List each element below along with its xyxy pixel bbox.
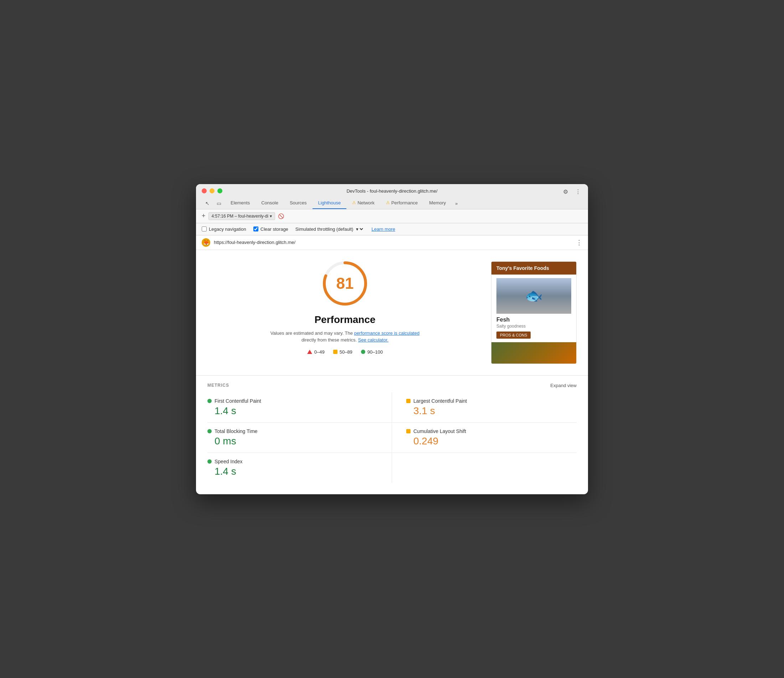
metric-cls-name-row: Cumulative Layout Shift: [406, 428, 577, 434]
tab-lighthouse[interactable]: Lighthouse: [313, 197, 347, 209]
throttle-select: Simulated throttling (default) ▾: [295, 226, 365, 232]
tab-sources[interactable]: Sources: [284, 197, 313, 209]
learn-more-link[interactable]: Learn more: [371, 227, 395, 232]
devtools-inspect-icon[interactable]: ↖: [202, 197, 213, 209]
calculator-link[interactable]: See calculator.: [358, 337, 388, 342]
maximize-button[interactable]: [217, 188, 222, 193]
fcp-status-icon: [207, 399, 212, 403]
tab-more-button[interactable]: »: [452, 198, 461, 209]
more-options-button[interactable]: ⋮: [574, 187, 582, 197]
fcp-label: First Contentful Paint: [215, 398, 261, 404]
score-ring: 81: [320, 258, 370, 308]
tbt-label: Total Blocking Time: [215, 428, 258, 434]
fish-image: 🐟: [496, 278, 571, 314]
preview-food-item: 🐟 Fesh Salty goodness PROS & CONS: [491, 275, 576, 342]
performance-title: Performance: [207, 314, 483, 325]
metrics-grid: First Contentful Paint 1.4 s Largest Con…: [207, 392, 577, 483]
address-bar: + 4:57:16 PM – foul-heavenly-di ▾ 🚫: [196, 209, 588, 223]
site-icon: 🦊: [202, 238, 210, 247]
legend-high: 90–100: [361, 349, 383, 355]
close-button[interactable]: [202, 188, 207, 193]
legend-low: 0–49: [307, 349, 325, 355]
food-name: Fesh: [496, 317, 571, 323]
timestamp-text: 4:57:16 PM – foul-heavenly-di: [212, 214, 268, 219]
tab-elements[interactable]: Elements: [225, 197, 256, 209]
tbt-status-icon: [207, 429, 212, 433]
url-bar: 🦊 https://foul-heavenly-direction.glitch…: [196, 235, 588, 250]
si-label: Speed Index: [215, 459, 243, 464]
fcp-value: 1.4 s: [215, 405, 377, 417]
metrics-header: METRICS Expand view: [207, 376, 577, 392]
metric-cls: Cumulative Layout Shift 0.249: [392, 423, 577, 453]
performance-score-link[interactable]: performance score is calculated: [354, 330, 420, 336]
metric-fcp: First Contentful Paint 1.4 s: [207, 392, 392, 423]
titlebar: DevTools - foul-heavenly-direction.glitc…: [196, 184, 588, 209]
performance-description: Values are estimated and may vary. The p…: [267, 330, 423, 344]
clear-storage-label[interactable]: Clear storage: [253, 227, 288, 232]
options-bar: Legacy navigation Clear storage Simulate…: [196, 223, 588, 235]
metrics-label: METRICS: [207, 383, 229, 388]
timestamp-select[interactable]: 4:57:16 PM – foul-heavenly-di ▾: [209, 212, 275, 220]
preview-header: Tony's Favorite Foods: [491, 262, 576, 275]
devtools-window: DevTools - foul-heavenly-direction.glitc…: [196, 184, 588, 494]
legend-mid: 50–89: [333, 349, 352, 355]
metric-tbt: Total Blocking Time 0 ms: [207, 423, 392, 453]
url-area: 🦊 https://foul-heavenly-direction.glitch…: [202, 238, 295, 247]
minimize-button[interactable]: [210, 188, 215, 193]
legend-green-icon: [361, 350, 365, 354]
url-text: https://foul-heavenly-direction.glitch.m…: [214, 239, 295, 245]
metric-si: Speed Index 1.4 s: [207, 453, 392, 483]
lighthouse-content: 81 Performance Values are estimated and …: [196, 250, 588, 372]
legacy-navigation-checkbox[interactable]: [202, 227, 207, 232]
clear-storage-checkbox[interactable]: [253, 227, 258, 232]
traffic-lights: [202, 188, 222, 193]
metric-lcp-name-row: Largest Contentful Paint: [406, 398, 577, 404]
dropdown-arrow-icon: ▾: [270, 214, 272, 219]
legend-orange-icon: [333, 350, 337, 354]
titlebar-top: DevTools - foul-heavenly-direction.glitc…: [202, 188, 582, 197]
devtools-device-icon[interactable]: ▭: [213, 197, 225, 209]
metric-lcp: Largest Contentful Paint 3.1 s: [392, 392, 577, 423]
tab-memory[interactable]: Memory: [423, 197, 452, 209]
legend: 0–49 50–89 90–100: [207, 349, 483, 355]
food-desc: Salty goodness: [496, 324, 571, 329]
si-status-icon: [207, 459, 212, 463]
score-section: 81 Performance Values are estimated and …: [207, 258, 483, 355]
tbt-value: 0 ms: [215, 435, 377, 447]
toolbar-icons: ⚙ ⋮: [562, 187, 582, 197]
pros-cons-button[interactable]: PROS & CONS: [496, 331, 531, 339]
second-food-image: [491, 342, 576, 364]
tab-network[interactable]: ⚠ Network: [346, 197, 380, 209]
cls-status-icon: [406, 429, 410, 433]
tab-console[interactable]: Console: [256, 197, 284, 209]
performance-warning-icon: ⚠: [386, 200, 390, 205]
expand-view-button[interactable]: Expand view: [550, 383, 577, 388]
score-ring-container: 81: [207, 258, 483, 308]
metric-si-name-row: Speed Index: [207, 459, 377, 464]
metric-fcp-name-row: First Contentful Paint: [207, 398, 377, 404]
settings-button[interactable]: ⚙: [562, 187, 569, 197]
lcp-status-icon: [406, 399, 410, 403]
score-number: 81: [337, 275, 354, 292]
cls-value: 0.249: [413, 435, 577, 447]
throttle-dropdown[interactable]: ▾: [355, 226, 364, 232]
preview-panel: Tony's Favorite Foods 🐟 Fesh Salty goodn…: [491, 261, 577, 364]
lcp-value: 3.1 s: [413, 405, 577, 417]
add-button[interactable]: +: [202, 212, 206, 220]
lcp-label: Largest Contentful Paint: [413, 398, 467, 404]
si-value: 1.4 s: [215, 466, 377, 477]
tab-performance[interactable]: ⚠ Performance: [380, 197, 423, 209]
legend-red-icon: [307, 350, 312, 354]
network-warning-icon: ⚠: [352, 200, 356, 205]
cls-label: Cumulative Layout Shift: [413, 428, 466, 434]
stop-reload-button[interactable]: 🚫: [278, 213, 284, 219]
legacy-navigation-label[interactable]: Legacy navigation: [202, 227, 246, 232]
url-more-button[interactable]: ⋮: [576, 239, 582, 246]
metric-tbt-name-row: Total Blocking Time: [207, 428, 377, 434]
food-image: 🐟: [496, 278, 571, 314]
tabs-row: ↖ ▭ Elements Console Sources Lighthouse …: [202, 197, 582, 209]
metrics-section: METRICS Expand view First Contentful Pai…: [196, 375, 588, 494]
window-title: DevTools - foul-heavenly-direction.glitc…: [346, 188, 437, 194]
